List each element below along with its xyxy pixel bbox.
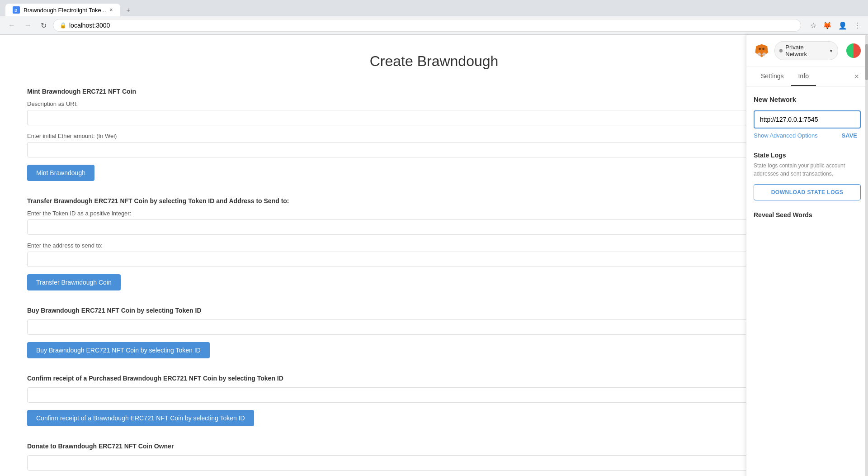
mint-button[interactable]: Mint Brawndough <box>27 165 94 181</box>
description-uri-label: Description as URI: <box>27 100 841 107</box>
browser-right-icons: ☆ 🦊 👤 ⋮ <box>808 19 863 32</box>
buy-section: Buy Brawndough ERC721 NFT Coin by select… <box>27 307 841 367</box>
network-selector-button[interactable]: Private Network ▼ <box>774 41 839 60</box>
metamask-header: Private Network ▼ <box>746 35 868 67</box>
state-logs-section: State Logs State logs contain your publi… <box>754 152 861 200</box>
network-status-dot <box>779 49 783 52</box>
donate-token-dropdown-wrap: ▼ <box>27 455 841 471</box>
transfer-section: Transfer Brawndough ERC721 NFT Coin by s… <box>27 197 841 300</box>
metamask-avatar[interactable] <box>846 43 861 58</box>
download-state-logs-button[interactable]: DOWNLOAD STATE LOGS <box>754 184 861 200</box>
buy-token-dropdown-wrap: ▼ <box>27 319 841 335</box>
address-to-label: Enter the address to send to: <box>27 242 841 249</box>
profile-button[interactable]: 👤 <box>836 19 849 32</box>
network-label: Private Network <box>785 44 826 57</box>
confirm-section: Confirm receipt of a Purchased Brawndoug… <box>27 375 841 435</box>
network-chevron-icon: ▼ <box>829 48 834 53</box>
advanced-options-link[interactable]: Show Advanced Options <box>754 132 818 139</box>
donate-section-title: Donate to Brawndough ERC721 NFT Coin Own… <box>27 443 841 450</box>
panel-section-title: New Network <box>754 95 861 103</box>
token-id-label: Enter the Token ID as a positive integer… <box>27 210 841 217</box>
reload-button[interactable]: ↻ <box>38 19 49 32</box>
tab-settings[interactable]: Settings <box>754 67 791 86</box>
page-title: Create Brawndough <box>27 53 841 70</box>
reveal-seed-title[interactable]: Reveal Seed Words <box>754 211 861 219</box>
browser-tab[interactable]: B Brawndough Electrolight Toke... × <box>5 4 120 16</box>
browser-titlebar: B Brawndough Electrolight Toke... × + <box>0 0 868 16</box>
bookmark-button[interactable]: ☆ <box>808 19 818 32</box>
donate-section: Donate to Brawndough ERC721 NFT Coin Own… <box>27 443 841 476</box>
state-logs-title: State Logs <box>754 152 861 159</box>
reveal-seed-section: Reveal Seed Words <box>754 211 861 219</box>
tab-title: Brawndough Electrolight Toke... <box>24 7 106 14</box>
state-logs-description: State logs contain your public account a… <box>754 162 861 178</box>
save-network-button[interactable]: SAVE <box>838 130 861 141</box>
buy-button[interactable]: Buy Brawndough ERC721 NFT Coin by select… <box>27 342 210 358</box>
mint-section: Mint Brawndough ERC721 NFT Coin Descript… <box>27 88 841 190</box>
url-text: localhost:3000 <box>69 22 110 29</box>
forward-button[interactable]: → <box>22 19 34 31</box>
network-url-input[interactable] <box>754 110 861 129</box>
network-options-row: Show Advanced Options SAVE <box>754 130 861 141</box>
confirm-token-dropdown-wrap: ▼ <box>27 387 841 403</box>
confirm-section-title: Confirm receipt of a Purchased Brawndoug… <box>27 375 841 382</box>
browser-toolbar: ← → ↻ 🔒 localhost:3000 ☆ 🦊 👤 ⋮ <box>0 16 868 35</box>
ether-amount-input[interactable] <box>27 142 841 157</box>
buy-section-title: Buy Brawndough ERC721 NFT Coin by select… <box>27 307 841 314</box>
lock-icon: 🔒 <box>60 22 66 29</box>
donate-token-dropdown[interactable] <box>27 455 841 471</box>
metamask-fox-logo <box>754 43 770 59</box>
transfer-button[interactable]: Transfer Brawndough Coin <box>27 274 121 290</box>
back-button[interactable]: ← <box>5 19 18 31</box>
panel-scrollbar-thumb <box>865 44 868 80</box>
metamask-panel: Private Network ▼ Settings Info × New Ne… <box>746 35 868 476</box>
tab-close-button[interactable]: × <box>110 7 113 13</box>
tab-info[interactable]: Info <box>791 67 816 86</box>
mint-section-title: Mint Brawndough ERC721 NFT Coin <box>27 88 841 95</box>
browser-chrome: B Brawndough Electrolight Toke... × + ← … <box>0 0 868 35</box>
panel-body: New Network Show Advanced Options SAVE S… <box>746 86 868 476</box>
svg-point-11 <box>759 48 761 50</box>
token-id-input[interactable] <box>27 219 841 235</box>
new-tab-button[interactable]: + <box>124 4 133 16</box>
main-content: Create Brawndough Mint Brawndough ERC721… <box>0 35 868 476</box>
ether-amount-label: Enter initial Ether amount: (In Wei) <box>27 133 841 139</box>
confirm-token-dropdown[interactable] <box>27 387 841 403</box>
svg-text:B: B <box>14 8 17 13</box>
buy-token-dropdown[interactable] <box>27 319 841 335</box>
address-bar[interactable]: 🔒 localhost:3000 <box>53 19 801 32</box>
metamask-extension-button[interactable]: 🦊 <box>821 19 834 32</box>
tab-favicon: B <box>13 6 20 14</box>
transfer-section-title: Transfer Brawndough ERC721 NFT Coin by s… <box>27 197 841 205</box>
confirm-button[interactable]: Confirm receipt of a Brawndough ERC721 N… <box>27 410 254 426</box>
panel-close-button[interactable]: × <box>852 67 861 86</box>
address-to-input[interactable] <box>27 252 841 267</box>
svg-point-12 <box>762 48 764 50</box>
menu-button[interactable]: ⋮ <box>852 19 863 32</box>
browser-content: Create Brawndough Mint Brawndough ERC721… <box>0 35 868 476</box>
panel-scrollbar[interactable] <box>865 35 868 476</box>
panel-tabs: Settings Info × <box>746 67 868 86</box>
description-uri-input[interactable] <box>27 110 841 125</box>
